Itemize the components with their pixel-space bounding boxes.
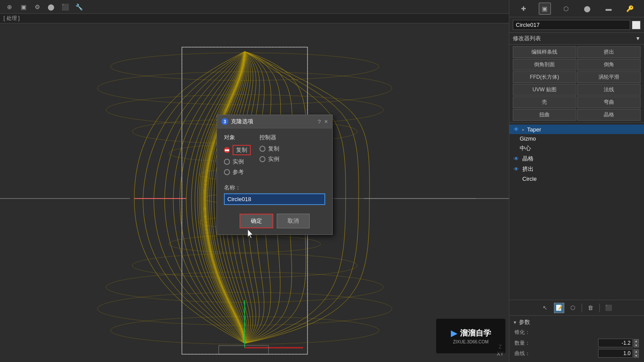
status-bar: [ 处理 ] [0, 14, 509, 23]
param-spinner-curve[interactable]: ▲ ▼ [634, 349, 639, 358]
object-name-input[interactable] [513, 20, 630, 30]
btn-display[interactable]: ⬛ [603, 303, 614, 313]
status-text: [ 处理 ] [3, 15, 19, 22]
mod-btn-extrude[interactable]: 挤出 [577, 46, 641, 58]
divider-1 [582, 304, 582, 312]
clone-name-label: 名称： [224, 184, 325, 192]
rp-toolbar-icon-5[interactable]: ▬ [602, 3, 615, 15]
rp-toolbar-icon-1[interactable]: ✚ [518, 3, 530, 15]
dialog-title-left: 3 克隆选项 [221, 118, 253, 125]
stack-item-taper[interactable]: 👁 ▸ Taper [509, 125, 644, 134]
clone-object-copy-radio[interactable] [224, 147, 230, 153]
param-input-curve[interactable] [598, 349, 633, 358]
mod-btn-bevel-profile[interactable]: 倒角剖面 [513, 59, 576, 70]
rp-toolbar-icon-3[interactable]: ⬡ [560, 3, 572, 15]
clone-controller-copy-radio[interactable] [259, 146, 265, 152]
mod-btn-bend[interactable]: 弯曲 [577, 96, 641, 108]
spinner-up-curve[interactable]: ▲ [634, 349, 639, 353]
toolbar-icon-1[interactable]: ⊕ [3, 1, 16, 13]
toolbar-icon-6[interactable]: 🔧 [73, 1, 85, 13]
stack-item-center[interactable]: 中心 [509, 143, 644, 154]
clone-object-reference-row[interactable]: 参考 [224, 168, 251, 176]
clone-ok-button[interactable]: 确定 [239, 214, 273, 228]
param-value-curve: ▲ ▼ [598, 349, 639, 358]
mod-btn-ffd[interactable]: FFD(长方体) [513, 71, 576, 83]
modifier-buttons-grid: 编辑样条线 挤出 倒角剖面 倒角 FFD(长方体) 涡轮平滑 UVW 贴图 法线… [509, 45, 644, 123]
toolbar-icon-3[interactable]: ⚙ [31, 1, 43, 13]
params-title: 参数 [519, 318, 530, 326]
stack-item-gizmo[interactable]: Gizmo [509, 134, 644, 143]
clone-controller-instance-label: 实例 [268, 155, 279, 163]
clone-object-instance-label: 实例 [233, 158, 244, 166]
param-spinner-count[interactable]: ▲ ▼ [634, 339, 639, 347]
dialog-close-button[interactable]: × [324, 118, 328, 125]
object-name-row [509, 17, 644, 33]
rp-toolbar-icon-6[interactable]: 🔑 [624, 3, 636, 15]
params-arrow: ▼ [513, 320, 517, 325]
dialog-icon: 3 [221, 118, 228, 125]
param-row-count: 数量： ▲ ▼ [513, 339, 641, 347]
param-value-count: ▲ ▼ [598, 339, 639, 347]
mod-btn-lattice[interactable]: 晶格 [577, 109, 641, 121]
btn-delete[interactable]: 🗑 [586, 303, 596, 313]
stack-item-extrude[interactable]: 👁 挤出 [509, 164, 644, 174]
mod-btn-twist[interactable]: 扭曲 [513, 109, 576, 121]
stack-label-taper: Taper [527, 126, 541, 133]
btn-pointer[interactable]: ↖ [540, 303, 550, 313]
clone-object-instance-radio[interactable] [224, 159, 230, 165]
rp-toolbar-icon-4[interactable]: ⬤ [581, 3, 593, 15]
clone-name-section: 名称： [217, 184, 332, 210]
mod-btn-uvw[interactable]: UVW 贴图 [513, 84, 576, 96]
object-color-swatch[interactable] [632, 21, 641, 29]
eye-icon-taper[interactable]: 👁 [513, 126, 520, 133]
stack-label-extrude: 挤出 [522, 165, 534, 173]
eye-icon-extrude[interactable]: 👁 [513, 166, 520, 173]
toolbar-icon-4[interactable]: ⬤ [45, 1, 57, 13]
mod-btn-turbo-smooth[interactable]: 涡轮平滑 [577, 71, 641, 83]
right-panel-toolbar: ✚ ▣ ⬡ ⬤ ▬ 🔑 [509, 0, 644, 17]
clone-cancel-button[interactable]: 取消 [277, 214, 310, 228]
clone-controller-copy-row[interactable]: 复制 [259, 145, 279, 153]
stack-item-circle[interactable]: Circle [509, 174, 644, 183]
toolbar-icon-2[interactable]: ▣ [17, 1, 29, 13]
stack-label-lattice: 晶格 [522, 155, 534, 163]
eye-icon-lattice[interactable]: 👁 [513, 155, 520, 162]
clone-dialog-buttons: 确定 取消 [217, 210, 332, 234]
rp-toolbar-icon-2[interactable]: ▣ [539, 3, 551, 15]
clone-controller-instance-radio[interactable] [259, 156, 265, 162]
modifier-list-header[interactable]: 修改器列表 ▼ [509, 33, 644, 45]
toolbar-icon-5[interactable]: ⬛ [59, 1, 71, 13]
dialog-window-controls: ? × [318, 118, 328, 125]
spinner-up-count[interactable]: ▲ [634, 339, 639, 343]
spinner-down-curve[interactable]: ▼ [634, 354, 639, 358]
btn-edit[interactable]: 📝 [554, 303, 564, 313]
clone-dialog-titlebar: 3 克隆选项 ? × [217, 115, 332, 128]
clone-controller-copy-label: 复制 [268, 145, 279, 153]
stack-label-circle: Circle [513, 176, 537, 182]
dialog-title-text: 克隆选项 [231, 118, 253, 125]
modifier-list-dropdown-arrow[interactable]: ▼ [635, 35, 641, 42]
watermark-url: ZIXUE.3D66.COM [453, 340, 489, 344]
clone-name-input[interactable] [224, 193, 325, 205]
mod-btn-edit-spline[interactable]: 编辑样条线 [513, 46, 576, 58]
right-panel: ✚ ▣ ⬡ ⬤ ▬ 🔑 修改器列表 ▼ 编辑样条线 挤出 倒角剖面 倒角 FFD… [509, 0, 644, 362]
spinner-down-count[interactable]: ▼ [634, 343, 639, 347]
clone-controller-instance-row[interactable]: 实例 [259, 155, 279, 163]
stack-item-lattice[interactable]: 👁 晶格 [509, 154, 644, 164]
mod-btn-normals[interactable]: 法线 [577, 84, 641, 96]
clone-object-reference-label: 参考 [233, 168, 244, 176]
clone-object-copy-label: 复制 [233, 145, 251, 155]
param-input-count[interactable] [598, 339, 633, 347]
mod-btn-shell[interactable]: 壳 [513, 96, 576, 108]
clone-controller-section: 控制器 复制 实例 [259, 134, 279, 179]
btn-hierarchy[interactable]: ⬡ [568, 303, 578, 313]
taper-label: 锥化： [515, 329, 530, 335]
clone-object-copy-row[interactable]: 复制 [224, 145, 251, 155]
clone-controller-title: 控制器 [259, 134, 279, 141]
param-label-curve: 曲线： [515, 350, 530, 357]
mod-btn-bevel[interactable]: 倒角 [577, 59, 641, 70]
clone-object-instance-row[interactable]: 实例 [224, 158, 251, 166]
clone-object-reference-radio[interactable] [224, 169, 230, 175]
params-header: ▼ 参数 [513, 318, 641, 326]
dialog-help-button[interactable]: ? [318, 119, 321, 125]
